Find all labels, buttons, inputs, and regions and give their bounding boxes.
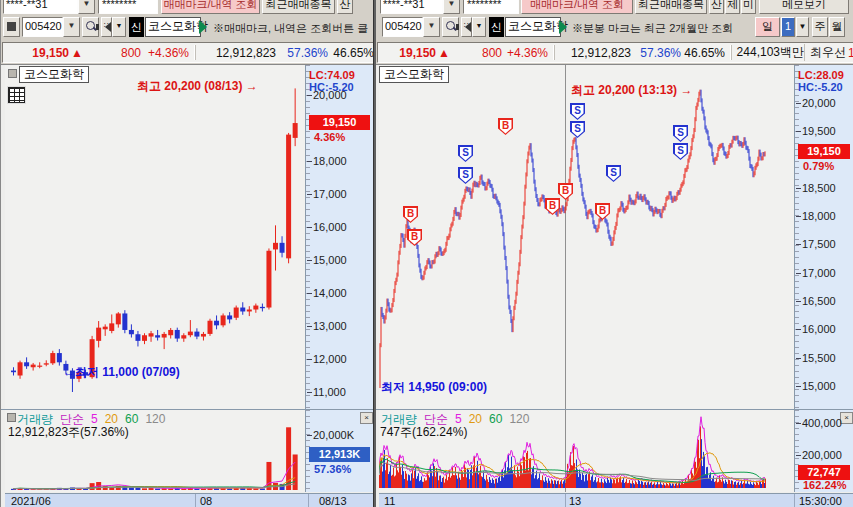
- up-arrow-icon: ▲: [436, 46, 452, 60]
- account-select[interactable]: ****-**31 ▼: [380, 0, 460, 14]
- grid-table-icon[interactable]: [8, 87, 25, 103]
- axis-tick-label: 18,000: [802, 210, 836, 222]
- date-axis-label: 2021/06: [11, 495, 51, 507]
- axis-tick-label: 17,500: [802, 238, 836, 250]
- account-select[interactable]: ****-**31 ▼: [3, 0, 95, 14]
- mini-window-icon[interactable]: [3, 17, 20, 37]
- stock-code-select[interactable]: 005420 ▼: [382, 17, 440, 37]
- speaker-icon[interactable]: ∷: [461, 17, 472, 37]
- price-axis-left: LC:74.09 HC:-5.20 20,00018,00017,00016,0…: [305, 65, 376, 409]
- sell-marker: S: [570, 121, 585, 138]
- volume-axis-left: × 20,000K 12,913K 57.36%: [305, 410, 376, 492]
- best-quote-label: 최우선: [804, 44, 848, 61]
- date-axis-label: 15:30:00: [799, 495, 842, 507]
- recent-trades-button[interactable]: 최근매매종목: [635, 0, 707, 14]
- price-axis-right: LC:28.09 HC:-5.20 20,00019,50018,50018,0…: [794, 65, 853, 409]
- hint-note: ※분봉 마크는 최근 2개월만 조회: [572, 17, 752, 37]
- account-toolbar-left: ****-**31 ▼ ******** 매매마크/내역 조회 최근매매종목 산: [1, 0, 379, 14]
- axis-tick-label: 20,000: [313, 89, 347, 101]
- stock-code-select[interactable]: 005420 ▼: [22, 17, 80, 37]
- chevron-down-icon[interactable]: ▼: [112, 17, 126, 37]
- daily-volume-plot[interactable]: 거래량단순52060120 12,912,823주(57.36%): [5, 410, 305, 492]
- close-icon[interactable]: ×: [840, 412, 853, 424]
- sell-marker: S: [458, 145, 473, 162]
- date-axis-label: 08: [200, 495, 212, 507]
- month-period-button[interactable]: 월: [829, 17, 845, 37]
- axis-tick-label: 17,000: [313, 188, 347, 200]
- chevron-down-icon[interactable]: ▼: [796, 17, 809, 37]
- current-volume-box: 72,747: [798, 465, 850, 480]
- mi-button[interactable]: 미: [741, 0, 756, 14]
- volume-shares-text: 12,912,823주(57.36%): [8, 424, 129, 441]
- chevron-down-icon[interactable]: ▼: [63, 17, 80, 37]
- buy-marker: B: [407, 229, 422, 246]
- axis-tick-label: 13,000: [313, 320, 347, 332]
- minute-volume-plot[interactable]: 거래량단순52060120 747주(162.24%): [379, 410, 794, 492]
- speaker-icon[interactable]: ∷: [101, 17, 112, 37]
- amount-value: 244,103백만: [732, 44, 804, 61]
- san-button[interactable]: 산: [709, 0, 724, 14]
- price-change: 800: [452, 46, 502, 60]
- symbol-toolbar-left: 005420 ▼ ∷ ▼ 신 코스모화학 ※매매마크, 내역은 조회버튼 클: [1, 15, 379, 40]
- credit-badge: 신: [129, 17, 144, 37]
- date-axis-label: 13: [569, 495, 581, 507]
- credit-badge: 신: [489, 17, 504, 37]
- password-field[interactable]: ********: [98, 0, 158, 14]
- password-field[interactable]: ********: [463, 0, 519, 14]
- high-annotation: 최고 20,200 (13:13) →: [571, 82, 692, 99]
- low-annotation: 최저 14,950 (09:00): [381, 379, 487, 396]
- current-volume-box: 12,913K: [309, 447, 370, 462]
- memo-view-button[interactable]: 메모보기: [759, 0, 849, 14]
- minute-price-plot[interactable]: 코스모화학 최고 20,200 (13:13) → 최저 14,950 (09:…: [379, 65, 794, 409]
- sell-marker: S: [673, 125, 688, 142]
- minute-period-selected[interactable]: 1: [781, 17, 795, 37]
- chevron-down-icon[interactable]: ▼: [423, 17, 440, 37]
- hint-note: ※매매마크, 내역은 조회버튼 클: [213, 17, 379, 37]
- chevron-down-icon[interactable]: ▼: [78, 0, 95, 14]
- change-percent: +4.36%: [141, 46, 189, 60]
- trading-app: ****-**31 ▼ ******** 매매마크/내역 조회 최근매매종목 산…: [0, 0, 853, 507]
- trade-marks-button[interactable]: 매매마크/내역 조회: [161, 0, 260, 14]
- chevron-down-icon[interactable]: ▼: [472, 17, 486, 37]
- legend-item: 20: [469, 412, 482, 426]
- volume-percent-label: 57.36%: [314, 463, 351, 475]
- close-icon[interactable]: ×: [360, 412, 373, 424]
- sound-control[interactable]: ∷ ▼: [461, 17, 486, 37]
- axis-tick-label: 18,500: [802, 182, 836, 194]
- quote-info-row-right: 19,150 ▲ 800 +4.36% 12,912,823 57.36% 46…: [377, 42, 853, 63]
- lc-label: LC:28.09: [798, 69, 844, 81]
- date-axis-left: 2021/060808/13: [5, 493, 379, 507]
- axis-tick-label: 200,000: [802, 449, 842, 461]
- san-button[interactable]: 산: [337, 0, 353, 14]
- green-fold-icon: [559, 20, 567, 34]
- high-annotation: 최고 20,200 (08/13) →: [137, 78, 258, 95]
- date-separator: [195, 494, 196, 507]
- current-price-box: 19,150: [309, 115, 370, 130]
- recent-trades-button[interactable]: 최근매매종목: [262, 0, 335, 14]
- date-separator: [794, 494, 795, 507]
- sell-marker: S: [458, 167, 473, 184]
- sound-control[interactable]: ∷ ▼: [101, 17, 126, 37]
- price-change: 800: [85, 46, 141, 60]
- ratio-percent: 46.65%: [681, 46, 725, 60]
- axis-tick-label: 15,000: [802, 380, 836, 392]
- date-axis-label: 08/13: [319, 495, 347, 507]
- week-period-button[interactable]: 주: [812, 17, 828, 37]
- day-period-button[interactable]: 일: [755, 17, 780, 37]
- buy-marker: B: [545, 198, 560, 215]
- current-price: 19,150: [378, 46, 436, 60]
- chevron-down-icon[interactable]: ▼: [443, 0, 460, 14]
- legend-item: 120: [145, 412, 165, 426]
- current-price: 19,150: [3, 46, 69, 60]
- trade-marks-button[interactable]: 매매마크/내역 조회: [521, 0, 633, 14]
- je-button[interactable]: 제: [725, 0, 740, 14]
- sell-marker: S: [570, 103, 585, 120]
- axis-tick-label: 15,000: [313, 254, 347, 266]
- volume-shares-text: 747주(162.24%): [380, 424, 467, 441]
- axis-tick-label: 16,500: [802, 295, 836, 307]
- chart-tab-title: 코스모화학: [19, 66, 89, 83]
- daily-price-plot[interactable]: 코스모화학 최고 20,200 (08/13) → ←최저 11,000 (07…: [5, 65, 305, 409]
- up-arrow-icon: ▲: [69, 46, 85, 60]
- small-square-icon[interactable]: [8, 69, 17, 78]
- small-square-icon: [7, 413, 16, 422]
